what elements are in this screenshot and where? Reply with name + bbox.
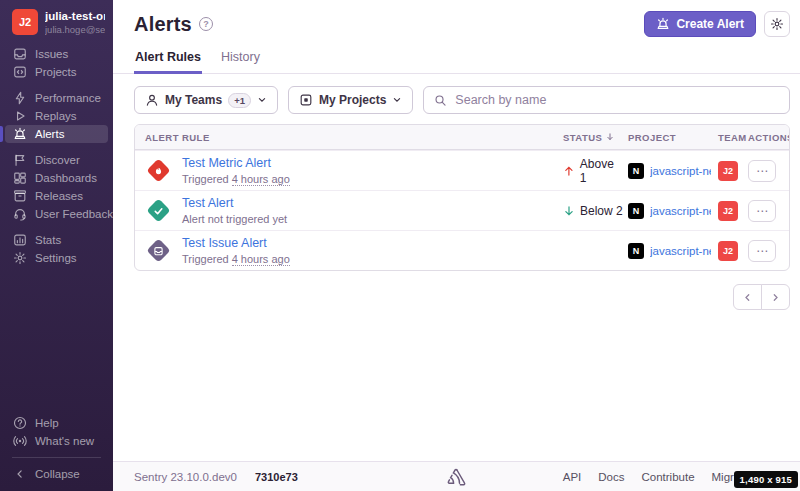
- issue-alert-icon: [146, 238, 170, 262]
- row-actions-button[interactable]: ⋯: [748, 200, 776, 222]
- org-switcher[interactable]: J2 julia-test-org-2 … julia.hoge@sentry.…: [0, 0, 113, 41]
- tab-alert-rules[interactable]: Alert Rules: [134, 46, 202, 74]
- version-label: Sentry 23.10.0.dev0: [134, 471, 237, 483]
- team-cell: J2: [711, 161, 741, 181]
- sidebar-item-user-feedback[interactable]: User Feedback: [5, 205, 108, 223]
- sentry-logo-icon[interactable]: [447, 468, 467, 486]
- nextjs-icon: N: [628, 163, 644, 179]
- sidebar-item-releases[interactable]: Releases: [5, 187, 108, 205]
- actions-cell: ⋯: [741, 240, 789, 262]
- nextjs-icon: N: [628, 243, 644, 259]
- sidebar-item-performance[interactable]: Performance: [5, 89, 108, 107]
- sidebar-item-help[interactable]: Help: [5, 414, 108, 432]
- column-header-alert-rule: Alert Rule: [145, 132, 563, 143]
- gear-icon: [770, 17, 784, 31]
- teams-filter-button[interactable]: My Teams +1: [134, 86, 278, 114]
- tab-bar: Alert Rules History: [113, 46, 800, 74]
- column-header-status[interactable]: Status: [563, 132, 623, 143]
- alerts-settings-button[interactable]: [764, 11, 790, 37]
- sidebar-item-label: Discover: [35, 154, 80, 166]
- alert-rule-link[interactable]: Test Alert: [182, 196, 290, 212]
- table-row: Test Issue Alert Triggered4 hours ago N …: [135, 230, 789, 270]
- check-icon: [153, 206, 163, 216]
- alert-rule-subtitle: Triggered4 hours ago: [182, 253, 290, 265]
- alert-status-icon-wrap: [145, 238, 171, 264]
- status-value: Below 2: [580, 204, 623, 218]
- critical-alert-icon: [146, 158, 170, 182]
- alert-rule-link[interactable]: Test Metric Alert: [182, 156, 290, 172]
- search-icon: [434, 94, 447, 107]
- page-title: Alerts: [134, 13, 192, 36]
- sidebar-item-alerts[interactable]: Alerts: [5, 125, 108, 143]
- column-header-actions: Actions: [741, 132, 789, 143]
- row-actions-button[interactable]: ⋯: [748, 160, 776, 182]
- project-link[interactable]: javascript-nextjs: [650, 205, 711, 217]
- previous-page-button[interactable]: [733, 284, 762, 310]
- sidebar-item-stats[interactable]: Stats: [5, 231, 108, 249]
- teams-filter-label: My Teams: [165, 93, 222, 107]
- performance-icon: [13, 91, 27, 105]
- table-row: Test Metric Alert Triggered4 hours ago A…: [135, 150, 789, 190]
- time-ago-link[interactable]: 4 hours ago: [232, 253, 290, 266]
- pagination: [113, 284, 790, 310]
- status-value: Above 1: [580, 157, 623, 185]
- sidebar: J2 julia-test-org-2 … julia.hoge@sentry.…: [0, 0, 113, 491]
- chevron-down-icon: [257, 95, 267, 105]
- sidebar-item-label: Stats: [35, 234, 61, 246]
- sidebar-item-label: Collapse: [35, 468, 80, 480]
- search-input[interactable]: [455, 93, 779, 107]
- projects-filter-button[interactable]: My Projects: [288, 86, 413, 114]
- create-alert-label: Create Alert: [676, 17, 744, 31]
- alert-rule-subtitle: Alert not triggered yet: [182, 213, 290, 225]
- sidebar-item-label: Projects: [35, 66, 77, 78]
- dashboards-icon: [13, 171, 27, 185]
- sort-desc-icon: [605, 132, 615, 142]
- sidebar-item-label: User Feedback: [35, 208, 113, 220]
- sidebar-nav: Issues Projects Performance Replays Aler…: [0, 45, 113, 267]
- sidebar-item-dashboards[interactable]: Dashboards: [5, 169, 108, 187]
- next-page-button[interactable]: [761, 284, 790, 310]
- sidebar-item-settings[interactable]: Settings: [5, 249, 108, 267]
- projects-icon: [13, 65, 27, 79]
- project-link[interactable]: javascript-nextjs: [650, 245, 711, 257]
- discover-icon: [13, 153, 27, 167]
- filter-toolbar: My Teams +1 My Projects: [113, 74, 800, 124]
- alert-status-icon-wrap: [145, 158, 171, 184]
- row-actions-button[interactable]: ⋯: [748, 240, 776, 262]
- sidebar-collapse-button[interactable]: Collapse: [5, 465, 108, 483]
- alert-rule-subtitle: Triggered4 hours ago: [182, 173, 290, 185]
- footer-link-api[interactable]: API: [563, 471, 582, 483]
- create-alert-button[interactable]: Create Alert: [644, 11, 756, 37]
- time-ago-link[interactable]: 4 hours ago: [232, 173, 290, 186]
- team-badge: J2: [718, 241, 738, 261]
- table-header: Alert Rule Status Project Team Actions: [135, 125, 789, 150]
- fire-icon: [153, 166, 163, 176]
- sidebar-item-projects[interactable]: Projects: [5, 63, 108, 81]
- broadcast-icon: [13, 434, 27, 448]
- releases-icon: [13, 189, 27, 203]
- sidebar-item-label: What's new: [35, 435, 94, 447]
- status-cell: Below 2: [563, 204, 623, 218]
- resolved-alert-icon: [146, 198, 170, 222]
- title-help-icon[interactable]: ?: [199, 17, 213, 31]
- alert-rule-link[interactable]: Test Issue Alert: [182, 236, 290, 252]
- team-cell: J2: [711, 201, 741, 221]
- sidebar-item-issues[interactable]: Issues: [5, 45, 108, 63]
- sidebar-item-label: Issues: [35, 48, 68, 60]
- footer-link-docs[interactable]: Docs: [598, 471, 624, 483]
- sidebar-item-discover[interactable]: Discover: [5, 151, 108, 169]
- tab-history[interactable]: History: [220, 46, 261, 74]
- user-icon: [145, 93, 159, 107]
- sidebar-item-label: Dashboards: [35, 172, 97, 184]
- actions-cell: ⋯: [741, 200, 789, 222]
- teams-count-badge: +1: [228, 93, 251, 108]
- column-header-project: Project: [623, 132, 711, 143]
- project-cell: N javascript-nextjs: [623, 243, 711, 259]
- sidebar-item-label: Alerts: [35, 128, 64, 140]
- footer-link-contribute[interactable]: Contribute: [641, 471, 694, 483]
- project-link[interactable]: javascript-nextjs: [650, 165, 711, 177]
- chevron-down-icon: [392, 95, 402, 105]
- alert-rules-table: Alert Rule Status Project Team Actions: [134, 124, 790, 271]
- sidebar-item-replays[interactable]: Replays: [5, 107, 108, 125]
- sidebar-item-whats-new[interactable]: What's new: [5, 432, 108, 450]
